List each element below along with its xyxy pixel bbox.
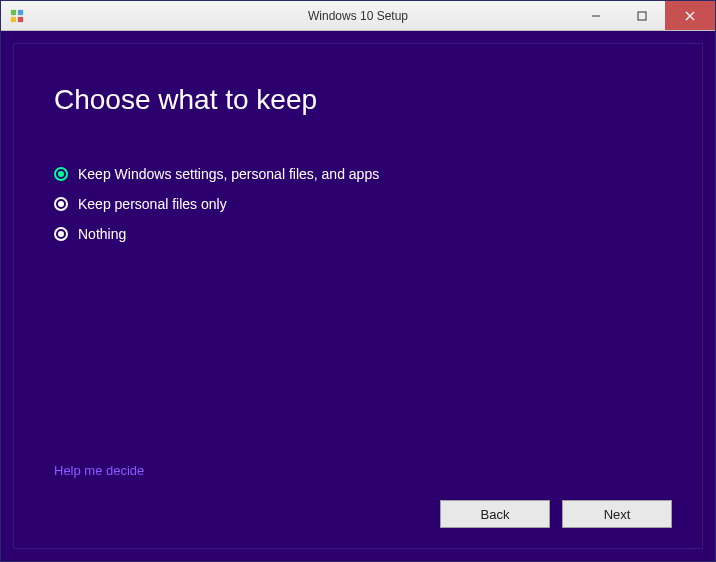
back-button[interactable]: Back [440, 500, 550, 528]
option-keep-all[interactable]: Keep Windows settings, personal files, a… [54, 166, 662, 182]
svg-rect-0 [11, 9, 16, 14]
radio-icon [54, 167, 68, 181]
help-link[interactable]: Help me decide [54, 463, 144, 478]
option-keep-files[interactable]: Keep personal files only [54, 196, 662, 212]
maximize-button[interactable] [619, 1, 665, 30]
titlebar: Windows 10 Setup [1, 1, 715, 31]
window-controls [573, 1, 715, 30]
radio-icon [54, 227, 68, 241]
close-button[interactable] [665, 1, 715, 30]
window-title: Windows 10 Setup [308, 9, 408, 23]
radio-icon [54, 197, 68, 211]
svg-rect-3 [18, 16, 23, 21]
content-area: Choose what to keep Keep Windows setting… [1, 31, 715, 561]
minimize-button[interactable] [573, 1, 619, 30]
option-label: Keep Windows settings, personal files, a… [78, 166, 379, 182]
next-button[interactable]: Next [562, 500, 672, 528]
option-label: Nothing [78, 226, 126, 242]
page-heading: Choose what to keep [54, 84, 662, 116]
button-row: Back Next [440, 500, 672, 528]
svg-rect-2 [11, 16, 16, 21]
setup-window: Windows 10 Setup Choose what to keep [0, 0, 716, 562]
svg-rect-5 [638, 12, 646, 20]
svg-rect-1 [18, 9, 23, 14]
options-group: Keep Windows settings, personal files, a… [54, 166, 662, 242]
app-icon [9, 8, 25, 24]
inner-panel: Choose what to keep Keep Windows setting… [13, 43, 703, 549]
option-nothing[interactable]: Nothing [54, 226, 662, 242]
option-label: Keep personal files only [78, 196, 227, 212]
